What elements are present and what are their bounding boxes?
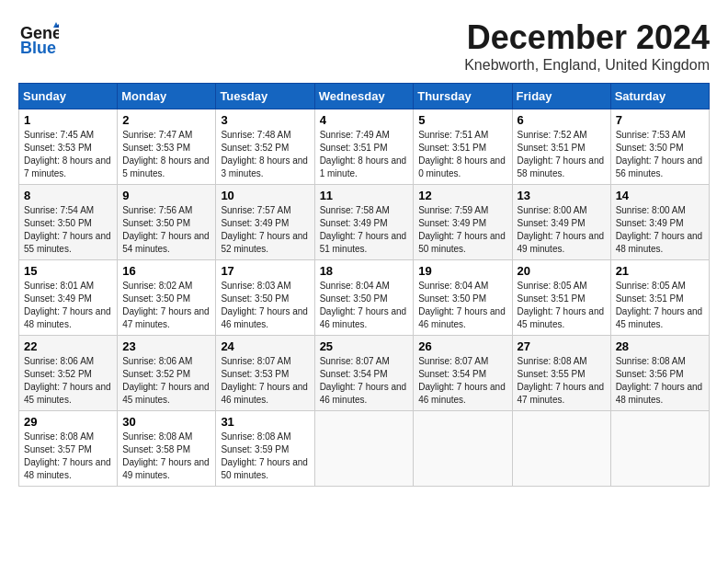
day-cell: 29Sunrise: 8:08 AMSunset: 3:57 PMDayligh… [19,411,118,487]
day-number: 10 [221,189,309,202]
col-header-thursday: Thursday [414,84,512,109]
day-info: Sunrise: 7:59 AMSunset: 3:49 PMDaylight:… [418,204,506,256]
day-info: Sunrise: 8:07 AMSunset: 3:54 PMDaylight:… [418,355,506,407]
day-number: 23 [122,339,210,353]
day-info: Sunrise: 7:49 AMSunset: 3:51 PMDaylight:… [320,129,409,180]
day-number: 29 [24,415,112,429]
day-info: Sunrise: 8:06 AMSunset: 3:52 PMDaylight:… [122,355,210,407]
week-row-4: 22Sunrise: 8:06 AMSunset: 3:52 PMDayligh… [19,336,710,411]
day-cell: 9Sunrise: 7:56 AMSunset: 3:50 PMDaylight… [118,185,216,260]
day-info: Sunrise: 8:07 AMSunset: 3:54 PMDaylight:… [320,355,409,407]
day-info: Sunrise: 7:58 AMSunset: 3:49 PMDaylight:… [320,204,409,256]
day-cell: 15Sunrise: 8:01 AMSunset: 3:49 PMDayligh… [19,260,118,336]
day-cell: 27Sunrise: 8:08 AMSunset: 3:55 PMDayligh… [512,336,610,411]
day-info: Sunrise: 7:53 AMSunset: 3:50 PMDaylight:… [616,129,704,180]
day-number: 12 [418,189,506,202]
day-cell: 12Sunrise: 7:59 AMSunset: 3:49 PMDayligh… [414,185,512,260]
day-number: 28 [616,339,704,353]
day-number: 19 [418,264,506,278]
day-number: 13 [518,189,606,202]
logo-icon: General Blue [18,18,59,59]
day-number: 9 [122,189,210,202]
day-number: 11 [320,189,409,202]
day-number: 4 [320,113,409,127]
day-info: Sunrise: 8:05 AMSunset: 3:51 PMDaylight:… [518,280,606,331]
day-cell: 2Sunrise: 7:47 AMSunset: 3:53 PMDaylight… [118,109,216,185]
day-info: Sunrise: 8:08 AMSunset: 3:56 PMDaylight:… [616,355,704,407]
col-header-friday: Friday [512,84,610,109]
day-info: Sunrise: 8:08 AMSunset: 3:59 PMDaylight:… [221,431,309,482]
day-number: 21 [616,264,704,278]
day-number: 18 [320,264,409,278]
svg-text:Blue: Blue [20,39,56,57]
day-number: 26 [418,339,506,353]
day-number: 7 [616,113,704,127]
day-number: 30 [122,415,210,429]
day-info: Sunrise: 8:05 AMSunset: 3:51 PMDaylight:… [616,280,704,331]
day-number: 31 [221,415,309,429]
day-number: 3 [221,113,309,127]
day-number: 6 [518,113,606,127]
location: Knebworth, England, United Kingdom [464,57,710,74]
day-cell: 23Sunrise: 8:06 AMSunset: 3:52 PMDayligh… [118,336,216,411]
day-number: 17 [221,264,309,278]
day-info: Sunrise: 8:08 AMSunset: 3:57 PMDaylight:… [24,431,112,482]
col-header-saturday: Saturday [610,84,709,109]
calendar-table: SundayMondayTuesdayWednesdayThursdayFrid… [18,83,710,487]
day-number: 25 [320,339,409,353]
day-cell: 7Sunrise: 7:53 AMSunset: 3:50 PMDaylight… [610,109,709,185]
day-cell: 30Sunrise: 8:08 AMSunset: 3:58 PMDayligh… [118,411,216,487]
day-number: 24 [221,339,309,353]
calendar-header-row: SundayMondayTuesdayWednesdayThursdayFrid… [19,84,710,109]
day-info: Sunrise: 8:02 AMSunset: 3:50 PMDaylight:… [122,280,210,331]
day-cell: 8Sunrise: 7:54 AMSunset: 3:50 PMDaylight… [19,185,118,260]
day-cell [414,411,512,487]
day-info: Sunrise: 8:00 AMSunset: 3:49 PMDaylight:… [518,204,606,256]
title-block: December 2024 Knebworth, England, United… [464,18,710,74]
day-cell: 1Sunrise: 7:45 AMSunset: 3:53 PMDaylight… [19,109,118,185]
day-number: 8 [24,189,112,202]
day-info: Sunrise: 7:48 AMSunset: 3:52 PMDaylight:… [221,129,309,180]
day-info: Sunrise: 8:08 AMSunset: 3:55 PMDaylight:… [518,355,606,407]
day-info: Sunrise: 7:56 AMSunset: 3:50 PMDaylight:… [122,204,210,256]
week-row-3: 15Sunrise: 8:01 AMSunset: 3:49 PMDayligh… [19,260,710,336]
day-info: Sunrise: 8:04 AMSunset: 3:50 PMDaylight:… [320,280,409,331]
day-number: 2 [122,113,210,127]
day-cell: 25Sunrise: 8:07 AMSunset: 3:54 PMDayligh… [314,336,414,411]
day-cell: 20Sunrise: 8:05 AMSunset: 3:51 PMDayligh… [512,260,610,336]
col-header-tuesday: Tuesday [216,84,314,109]
day-cell: 17Sunrise: 8:03 AMSunset: 3:50 PMDayligh… [216,260,314,336]
day-cell: 28Sunrise: 8:08 AMSunset: 3:56 PMDayligh… [610,336,709,411]
day-number: 27 [518,339,606,353]
day-cell [512,411,610,487]
day-info: Sunrise: 8:00 AMSunset: 3:49 PMDaylight:… [616,204,704,256]
day-cell: 6Sunrise: 7:52 AMSunset: 3:51 PMDaylight… [512,109,610,185]
day-cell: 18Sunrise: 8:04 AMSunset: 3:50 PMDayligh… [314,260,414,336]
day-number: 22 [24,339,112,353]
day-info: Sunrise: 8:04 AMSunset: 3:50 PMDaylight:… [418,280,506,331]
week-row-1: 1Sunrise: 7:45 AMSunset: 3:53 PMDaylight… [19,109,710,185]
day-info: Sunrise: 8:07 AMSunset: 3:53 PMDaylight:… [221,355,309,407]
month-title: December 2024 [464,18,710,57]
col-header-monday: Monday [118,84,216,109]
day-cell: 26Sunrise: 8:07 AMSunset: 3:54 PMDayligh… [414,336,512,411]
day-cell: 11Sunrise: 7:58 AMSunset: 3:49 PMDayligh… [314,185,414,260]
day-info: Sunrise: 8:03 AMSunset: 3:50 PMDaylight:… [221,280,309,331]
day-cell [610,411,709,487]
page-header: General Blue December 2024 Knebworth, En… [18,18,710,74]
day-number: 14 [616,189,704,202]
day-number: 5 [418,113,506,127]
day-cell: 10Sunrise: 7:57 AMSunset: 3:49 PMDayligh… [216,185,314,260]
day-info: Sunrise: 7:45 AMSunset: 3:53 PMDaylight:… [24,129,112,180]
day-number: 20 [518,264,606,278]
week-row-2: 8Sunrise: 7:54 AMSunset: 3:50 PMDaylight… [19,185,710,260]
day-info: Sunrise: 8:06 AMSunset: 3:52 PMDaylight:… [24,355,112,407]
day-info: Sunrise: 8:01 AMSunset: 3:49 PMDaylight:… [24,280,112,331]
day-cell: 3Sunrise: 7:48 AMSunset: 3:52 PMDaylight… [216,109,314,185]
col-header-wednesday: Wednesday [314,84,414,109]
day-info: Sunrise: 7:52 AMSunset: 3:51 PMDaylight:… [518,129,606,180]
day-cell: 5Sunrise: 7:51 AMSunset: 3:51 PMDaylight… [414,109,512,185]
day-cell: 24Sunrise: 8:07 AMSunset: 3:53 PMDayligh… [216,336,314,411]
day-info: Sunrise: 7:57 AMSunset: 3:49 PMDaylight:… [221,204,309,256]
day-cell: 22Sunrise: 8:06 AMSunset: 3:52 PMDayligh… [19,336,118,411]
